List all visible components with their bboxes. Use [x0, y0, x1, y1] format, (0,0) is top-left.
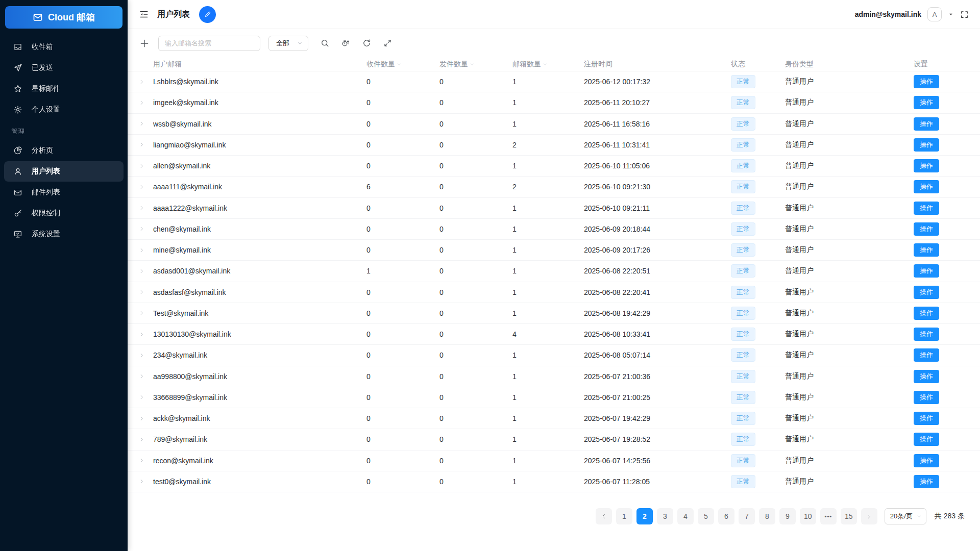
- action-button[interactable]: 操作: [914, 433, 939, 446]
- table-row: wssb@skymail.ink0012025-06-11 16:58:16正常…: [128, 114, 980, 135]
- row-expand-chevron-icon[interactable]: [139, 142, 153, 147]
- edit-button[interactable]: [199, 6, 216, 23]
- avatar[interactable]: A: [927, 7, 942, 21]
- action-button[interactable]: 操作: [914, 75, 939, 88]
- row-expand-chevron-icon[interactable]: [139, 247, 153, 253]
- pagination-page-10[interactable]: 10: [800, 508, 816, 524]
- sidebar-item-分析页[interactable]: 分析页: [4, 140, 124, 161]
- fullscreen-icon[interactable]: [960, 10, 969, 19]
- sidebar-item-邮件列表[interactable]: 邮件列表: [4, 182, 124, 203]
- pagination-page-9[interactable]: 9: [779, 508, 796, 524]
- pagination-ellipsis[interactable]: •••: [820, 508, 837, 524]
- pagination-next-button[interactable]: [861, 508, 877, 524]
- sort-caret-icon[interactable]: [543, 62, 548, 67]
- pagination-prev-button[interactable]: [596, 508, 612, 524]
- action-button[interactable]: 操作: [914, 391, 939, 404]
- row-expand-chevron-icon[interactable]: [139, 437, 153, 442]
- pagination-page-2[interactable]: 2: [636, 508, 653, 524]
- sidebar-item-个人设置[interactable]: 个人设置: [4, 99, 124, 120]
- action-button[interactable]: 操作: [914, 454, 939, 467]
- action-button[interactable]: 操作: [914, 412, 939, 425]
- action-button[interactable]: 操作: [914, 180, 939, 193]
- cell-mailbox-count: 1: [512, 288, 584, 296]
- table-row: aaaa111@skymail.ink6022025-06-10 09:21:3…: [128, 177, 980, 197]
- cell-received-count: 0: [366, 457, 439, 465]
- row-expand-chevron-icon[interactable]: [139, 163, 153, 169]
- action-button[interactable]: 操作: [914, 307, 939, 320]
- cell-mailbox-count: 2: [512, 183, 584, 191]
- pagination-page-7[interactable]: 7: [739, 508, 755, 524]
- filter-select[interactable]: 全部: [268, 36, 308, 51]
- pagination-page-5[interactable]: 5: [698, 508, 714, 524]
- cell-sent-count: 0: [439, 351, 512, 359]
- row-expand-chevron-icon[interactable]: [139, 416, 153, 421]
- row-expand-chevron-icon[interactable]: [139, 289, 153, 295]
- row-expand-chevron-icon[interactable]: [139, 310, 153, 316]
- sidebar-item-用户列表[interactable]: 用户列表: [4, 161, 124, 182]
- action-button[interactable]: 操作: [914, 117, 939, 131]
- sidebar-item-已发送[interactable]: 已发送: [4, 58, 124, 78]
- collapse-menu-icon[interactable]: [139, 9, 149, 19]
- search-input[interactable]: [158, 36, 260, 51]
- action-button[interactable]: 操作: [914, 264, 939, 278]
- action-button[interactable]: 操作: [914, 96, 939, 109]
- row-expand-chevron-icon[interactable]: [139, 226, 153, 232]
- row-expand-chevron-icon[interactable]: [139, 79, 153, 85]
- refresh-icon[interactable]: [361, 38, 372, 48]
- row-expand-chevron-icon[interactable]: [139, 268, 153, 274]
- cell-role: 普通用户: [785, 266, 914, 276]
- page-size-select[interactable]: 20条/页: [885, 508, 926, 524]
- sidebar-item-权限控制[interactable]: 权限控制: [4, 203, 124, 223]
- column-header-发件数量[interactable]: 发件数量: [439, 60, 512, 69]
- sort-caret-icon[interactable]: [397, 62, 402, 67]
- row-expand-chevron-icon[interactable]: [139, 100, 153, 106]
- pagination-page-3[interactable]: 3: [657, 508, 673, 524]
- column-header-收件数量[interactable]: 收件数量: [366, 60, 439, 69]
- star-icon: [13, 84, 22, 93]
- action-button[interactable]: 操作: [914, 370, 939, 383]
- sort-caret-icon[interactable]: [470, 62, 475, 67]
- action-button[interactable]: 操作: [914, 159, 939, 172]
- action-button[interactable]: 操作: [914, 348, 939, 362]
- pagination-page-8[interactable]: 8: [759, 508, 775, 524]
- pagination-page-15[interactable]: 15: [841, 508, 857, 524]
- action-button[interactable]: 操作: [914, 138, 939, 152]
- action-button[interactable]: 操作: [914, 202, 939, 215]
- cell-status: 正常: [731, 307, 785, 320]
- sidebar-item-星标邮件[interactable]: 星标邮件: [4, 79, 124, 99]
- cell-mailbox-count: 1: [512, 162, 584, 170]
- cell-email: aaaa1222@skymail.ink: [153, 204, 366, 212]
- action-button[interactable]: 操作: [914, 222, 939, 236]
- table-row: aa998800@skymail.ink0012025-06-07 21:00:…: [128, 366, 980, 387]
- row-expand-chevron-icon[interactable]: [139, 458, 153, 463]
- sidebar-item-收件箱[interactable]: 收件箱: [4, 37, 124, 57]
- row-expand-chevron-icon[interactable]: [139, 332, 153, 337]
- search-icon[interactable]: [320, 38, 330, 48]
- row-expand-chevron-icon[interactable]: [139, 353, 153, 358]
- main-content: 用户列表 admin@skymail.ink A 全部: [128, 0, 980, 551]
- status-badge: 正常: [731, 264, 755, 278]
- brand-logo[interactable]: Cloud 邮箱: [5, 6, 122, 29]
- timer-sort-icon[interactable]: [340, 38, 351, 48]
- sidebar-item-系统设置[interactable]: 系统设置: [4, 224, 124, 244]
- action-button[interactable]: 操作: [914, 328, 939, 341]
- pagination-page-6[interactable]: 6: [718, 508, 734, 524]
- row-expand-chevron-icon[interactable]: [139, 479, 153, 484]
- add-user-button[interactable]: [139, 38, 150, 49]
- account-caret-down-icon[interactable]: [948, 11, 954, 17]
- pagination-page-4[interactable]: 4: [677, 508, 694, 524]
- pagination-page-1[interactable]: 1: [616, 508, 632, 524]
- status-badge: 正常: [731, 433, 755, 446]
- action-button[interactable]: 操作: [914, 243, 939, 257]
- row-expand-chevron-icon[interactable]: [139, 394, 153, 400]
- cell-action: 操作: [914, 202, 942, 215]
- row-expand-chevron-icon[interactable]: [139, 184, 153, 190]
- status-badge: 正常: [731, 370, 755, 383]
- row-expand-chevron-icon[interactable]: [139, 373, 153, 379]
- action-button[interactable]: 操作: [914, 475, 939, 488]
- row-expand-chevron-icon[interactable]: [139, 205, 153, 211]
- column-header-邮箱数量[interactable]: 邮箱数量: [512, 60, 584, 69]
- action-button[interactable]: 操作: [914, 286, 939, 299]
- expand-icon[interactable]: [382, 38, 393, 48]
- row-expand-chevron-icon[interactable]: [139, 121, 153, 127]
